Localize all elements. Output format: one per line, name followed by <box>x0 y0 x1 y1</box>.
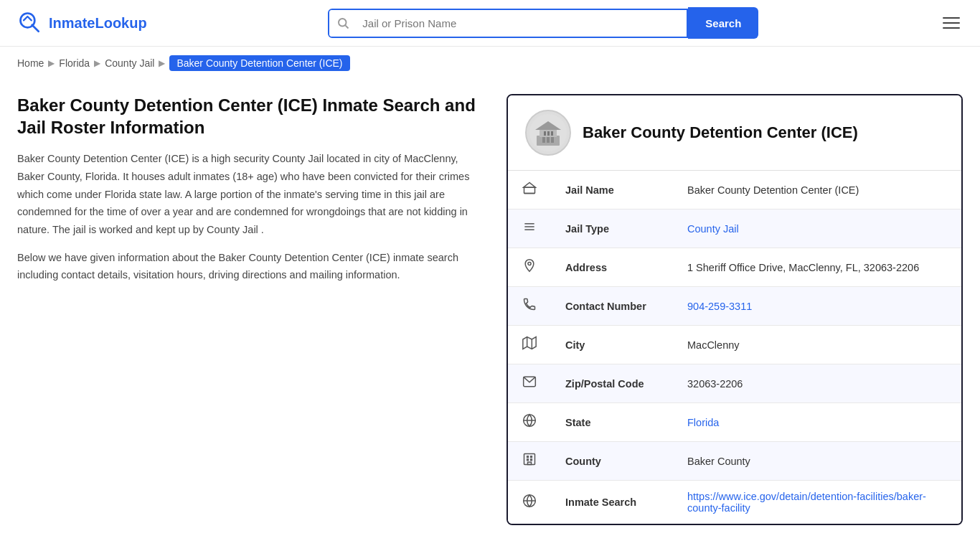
svg-rect-31 <box>531 459 532 461</box>
facility-avatar <box>525 110 571 156</box>
row-icon <box>508 248 551 287</box>
table-row: Address 1 Sheriff Office Drive, MacClenn… <box>508 248 961 287</box>
table-row: Jail Type County Jail <box>508 209 961 248</box>
row-icon <box>508 287 551 326</box>
breadcrumb-sep-3: ▶ <box>159 58 165 68</box>
row-icon <box>508 209 551 248</box>
breadcrumb-current: Baker County Detention Center (ICE) <box>169 55 349 71</box>
building-icon <box>529 114 567 151</box>
search-area: Search <box>328 7 758 39</box>
table-row: County Baker County <box>508 442 961 481</box>
row-value: 904-259-3311 <box>673 287 961 326</box>
row-value: Florida <box>673 403 961 442</box>
svg-rect-13 <box>551 131 553 136</box>
breadcrumb-florida[interactable]: Florida <box>59 57 90 69</box>
search-input[interactable] <box>357 10 687 37</box>
row-label: Contact Number <box>551 287 673 326</box>
row-label: Address <box>551 248 673 287</box>
row-label: Zip/Postal Code <box>551 364 673 403</box>
svg-rect-32 <box>528 462 532 464</box>
description-2: Below we have given information about th… <box>17 249 484 284</box>
row-icon <box>508 481 551 524</box>
logo-text: InmateLookup <box>49 15 147 32</box>
row-icon <box>508 403 551 442</box>
breadcrumb-home[interactable]: Home <box>17 57 44 69</box>
info-link[interactable]: County Jail <box>687 223 739 235</box>
info-value: Baker County Detention Center (ICE) <box>687 184 859 196</box>
table-row: Contact Number 904-259-3311 <box>508 287 961 326</box>
info-link[interactable]: https://www.ice.gov/detain/detention-fac… <box>687 491 926 514</box>
row-label: State <box>551 403 673 442</box>
row-label: City <box>551 326 673 364</box>
row-value: Baker County <box>673 442 961 481</box>
breadcrumb: Home ▶ Florida ▶ County Jail ▶ Baker Cou… <box>0 47 980 80</box>
info-link[interactable]: Florida <box>687 417 719 428</box>
svg-point-2 <box>339 19 347 27</box>
table-row: Inmate Search https://www.ice.gov/detain… <box>508 481 961 524</box>
svg-rect-8 <box>542 137 545 143</box>
page-title: Baker County Detention Center (ICE) Inma… <box>17 94 484 138</box>
description-1: Baker County Detention Center (ICE) is a… <box>17 150 484 238</box>
row-value: County Jail <box>673 209 961 248</box>
svg-rect-10 <box>551 137 554 143</box>
row-label: County <box>551 442 673 481</box>
search-wrapper <box>328 9 688 38</box>
table-row: Jail Name Baker County Detention Center … <box>508 171 961 209</box>
row-label: Jail Type <box>551 209 673 248</box>
table-row: Zip/Postal Code 32063-2206 <box>508 364 961 403</box>
main-content: Baker County Detention Center (ICE) Inma… <box>0 80 980 540</box>
info-value: MacClenny <box>687 339 740 351</box>
svg-marker-15 <box>524 183 536 188</box>
search-button[interactable]: Search <box>688 7 758 39</box>
svg-rect-29 <box>531 456 532 458</box>
svg-line-3 <box>346 25 349 28</box>
svg-rect-27 <box>524 454 535 465</box>
row-value: Baker County Detention Center (ICE) <box>673 171 961 209</box>
row-icon <box>508 326 551 364</box>
info-value: Baker County <box>687 456 750 467</box>
card-header: Baker County Detention Center (ICE) <box>508 95 961 171</box>
row-icon <box>508 171 551 209</box>
svg-rect-30 <box>527 459 529 461</box>
row-value: 1 Sheriff Office Drive, MacClenny, FL, 3… <box>673 248 961 287</box>
svg-rect-14 <box>524 187 535 193</box>
svg-point-20 <box>528 262 531 265</box>
row-label: Inmate Search <box>551 481 673 524</box>
info-card: Baker County Detention Center (ICE) Jail… <box>507 94 963 525</box>
svg-rect-28 <box>527 456 529 458</box>
breadcrumb-sep-2: ▶ <box>94 58 100 68</box>
row-value: https://www.ice.gov/detain/detention-fac… <box>673 481 961 524</box>
svg-marker-21 <box>523 337 536 349</box>
right-column: Baker County Detention Center (ICE) Jail… <box>507 94 963 525</box>
card-title: Baker County Detention Center (ICE) <box>583 123 858 142</box>
svg-line-1 <box>32 25 39 32</box>
row-icon <box>508 364 551 403</box>
svg-rect-9 <box>547 137 550 143</box>
hamburger-menu[interactable] <box>940 14 963 32</box>
breadcrumb-county-jail[interactable]: County Jail <box>105 57 154 69</box>
logo[interactable]: InmateLookup <box>17 10 147 36</box>
table-row: City MacClenny <box>508 326 961 364</box>
left-column: Baker County Detention Center (ICE) Inma… <box>17 94 484 525</box>
logo-icon <box>17 10 43 36</box>
svg-rect-12 <box>547 131 550 136</box>
info-table: Jail Name Baker County Detention Center … <box>508 171 961 524</box>
row-icon <box>508 442 551 481</box>
search-icon <box>329 10 357 37</box>
svg-rect-11 <box>544 131 546 136</box>
info-link[interactable]: 904-259-3311 <box>687 301 752 312</box>
row-label: Jail Name <box>551 171 673 209</box>
row-value: MacClenny <box>673 326 961 364</box>
info-value: 32063-2206 <box>687 378 743 390</box>
row-value: 32063-2206 <box>673 364 961 403</box>
breadcrumb-sep-1: ▶ <box>48 58 55 68</box>
info-value: 1 Sheriff Office Drive, MacClenny, FL, 3… <box>687 262 919 273</box>
header: InmateLookup Search <box>0 0 980 47</box>
table-row: State Florida <box>508 403 961 442</box>
